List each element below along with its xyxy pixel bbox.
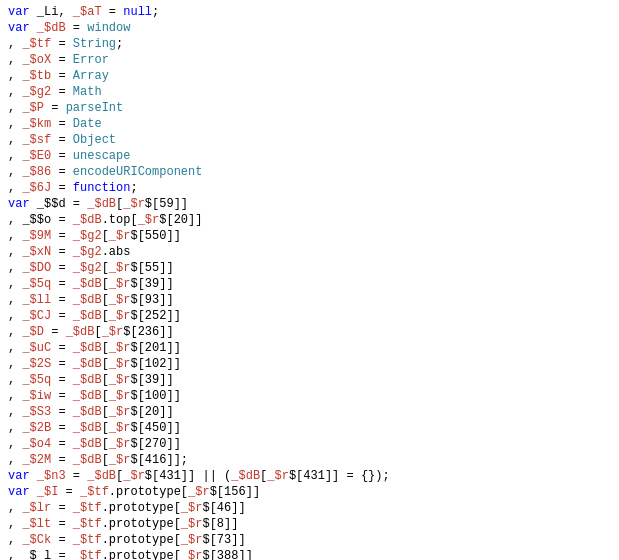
code-line-26: , _$S3 = _$dB[_$r$[20]] — [8, 404, 611, 420]
code-line-7: , _$P = parseInt — [8, 100, 611, 116]
code-line-8: , _$km = Date — [8, 116, 611, 132]
code-line-6: , _$g2 = Math — [8, 84, 611, 100]
code-line-12: , _$6J = function; — [8, 180, 611, 196]
code-line-17: , _$DO = _$g2[_$r$[55]] — [8, 260, 611, 276]
code-line-32: , _$lr = _$tf.prototype[_$r$[46]] — [8, 500, 611, 516]
code-line-19: , _$ll = _$dB[_$r$[93]] — [8, 292, 611, 308]
code-line-31: var _$I = _$tf.prototype[_$r$[156]] — [8, 484, 611, 500]
code-line-15: , _$9M = _$g2[_$r$[550]] — [8, 228, 611, 244]
code-line-4: , _$oX = Error — [8, 52, 611, 68]
code-line-28: , _$o4 = _$dB[_$r$[270]] — [8, 436, 611, 452]
code-line-34: , _$Ck = _$tf.prototype[_$r$[73]] — [8, 532, 611, 548]
code-line-20: , _$CJ = _$dB[_$r$[252]] — [8, 308, 611, 324]
code-line-21: , _$D = _$dB[_$r$[236]] — [8, 324, 611, 340]
code-line-14: , _$$o = _$dB.top[_$r$[20]] — [8, 212, 611, 228]
code-lines: var _Li, _$aT = null;var _$dB = window ,… — [8, 4, 611, 560]
code-line-24: , _$5q = _$dB[_$r$[39]] — [8, 372, 611, 388]
code-line-3: , _$tf = String; — [8, 36, 611, 52]
code-line-23: , _$2S = _$dB[_$r$[102]] — [8, 356, 611, 372]
code-line-25: , _$iw = _$dB[_$r$[100]] — [8, 388, 611, 404]
code-line-2: var _$dB = window — [8, 20, 611, 36]
code-line-10: , _$E0 = unescape — [8, 148, 611, 164]
code-line-1: var _Li, _$aT = null; — [8, 4, 611, 20]
code-viewer: var _Li, _$aT = null;var _$dB = window ,… — [0, 0, 619, 560]
code-line-27: , _$2B = _$dB[_$r$[450]] — [8, 420, 611, 436]
code-line-16: , _$xN = _$g2.abs — [8, 244, 611, 260]
code-line-29: , _$2M = _$dB[_$r$[416]]; — [8, 452, 611, 468]
code-line-11: , _$86 = encodeURIComponent — [8, 164, 611, 180]
code-line-22: , _$uC = _$dB[_$r$[201]] — [8, 340, 611, 356]
code-line-18: , _$5q = _$dB[_$r$[39]] — [8, 276, 611, 292]
code-line-9: , _$sf = Object — [8, 132, 611, 148]
code-line-33: , _$lt = _$tf.prototype[_$r$[8]] — [8, 516, 611, 532]
code-line-13: var _$$d = _$dB[_$r$[59]] — [8, 196, 611, 212]
code-line-30: var _$n3 = _$dB[_$r$[431]] || (_$dB[_$r$… — [8, 468, 611, 484]
code-line-35: , _$_l = _$tf.prototype[_$r$[388]] — [8, 548, 611, 560]
code-line-5: , _$tb = Array — [8, 68, 611, 84]
